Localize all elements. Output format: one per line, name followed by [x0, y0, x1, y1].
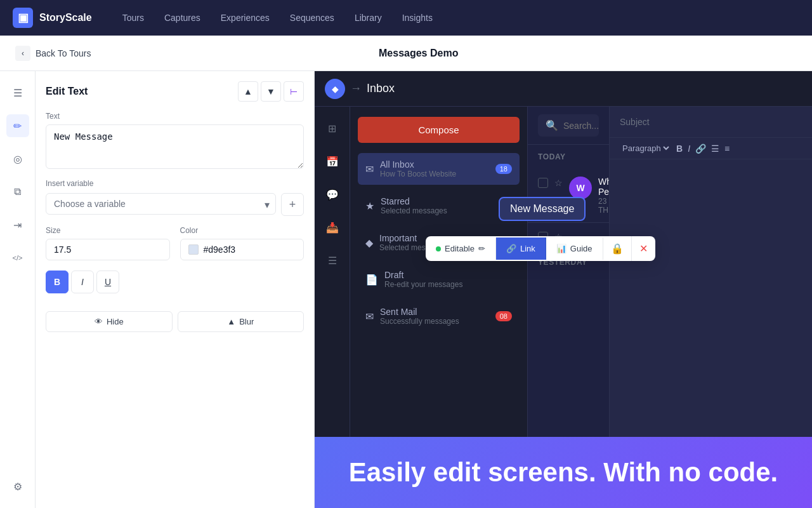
sent-main: Sent Mail	[380, 307, 459, 317]
demo-app-nav: ◆ → Inbox	[315, 71, 812, 107]
nav-tours[interactable]: Tours	[122, 13, 144, 23]
demo-nav-arrow: →	[350, 82, 362, 95]
mail-star-icon-2[interactable]: ☆	[554, 232, 563, 242]
sidebar-icon-code[interactable]: </>	[6, 246, 29, 269]
demo-icon-list[interactable]: ☰	[321, 249, 344, 272]
edit-panel-header: Edit Text ▲ ▼ ⊢	[46, 81, 304, 102]
draft-icon: 📄	[365, 274, 378, 286]
starred-sub: Selected messages	[381, 206, 447, 215]
hide-label: Hide	[107, 317, 124, 326]
sidebar-icon-menu[interactable]: ☰	[6, 81, 29, 104]
logo-text: StoryScale	[39, 12, 92, 23]
compose-link-icon[interactable]: 🔗	[695, 144, 706, 154]
hide-button[interactable]: 👁 Hide	[46, 311, 173, 332]
color-label: Color	[180, 226, 304, 235]
italic-button[interactable]: I	[71, 271, 94, 293]
compose-list-icon[interactable]: ☰	[711, 144, 719, 154]
underline-button[interactable]: U	[96, 271, 119, 293]
bottom-banner-text: Easily edit screens. With no code.	[340, 457, 787, 488]
bottom-buttons: 👁 Hide ▲ Blur	[46, 304, 304, 332]
compose-toolbar: Paragraph B I 🔗 ☰ ≡	[610, 138, 812, 159]
text-input[interactable]: New Message	[46, 124, 304, 169]
blur-icon: ▲	[227, 317, 235, 326]
mail-nav-important[interactable]: ◆ Important Selected messages	[358, 227, 520, 258]
color-field-group: Color #d9e3f3	[180, 226, 304, 260]
all-inbox-sub: How To Boost Website	[380, 170, 456, 178]
important-sub: Selected messages	[379, 243, 446, 252]
avatar: W	[569, 177, 592, 199]
sidebar-icon-target[interactable]: ◎	[6, 147, 29, 170]
size-input[interactable]	[46, 239, 170, 260]
all-inbox-main: All Inbox	[380, 159, 456, 170]
mail-nav-all-inbox[interactable]: ✉ All Inbox How To Boost Website 18	[358, 153, 520, 185]
mail-star-icon[interactable]: ☆	[554, 178, 563, 188]
draft-sub: Re-edit your messages	[384, 280, 462, 289]
mail-checkbox-2[interactable]	[538, 232, 548, 242]
sent-icon: ✉	[365, 311, 374, 323]
mail-nav-draft[interactable]: 📄 Draft Re-edit your messages	[358, 264, 520, 295]
add-variable-button[interactable]: +	[281, 193, 304, 216]
compose-italic[interactable]: I	[688, 144, 690, 154]
back-chevron: ‹	[15, 46, 30, 61]
mail-sender: Whitney Peter	[598, 177, 609, 197]
down-arrow-button[interactable]: ▼	[261, 81, 281, 102]
insert-variable-label: Insert variable	[46, 179, 93, 188]
collapse-button[interactable]: ⊢	[284, 81, 304, 102]
all-inbox-badge: 18	[495, 164, 512, 174]
draft-main: Draft	[384, 270, 462, 280]
sent-sub: Successfully messages	[380, 317, 459, 326]
mail-nav-starred[interactable]: ★ Starred Selected messages	[358, 190, 520, 222]
demo-inbox-title: Inbox	[367, 82, 395, 95]
mail-nav-sent[interactable]: ✉ Sent Mail Successfully messages 08	[358, 300, 520, 332]
nav-items: Tours Captures Experiences Sequences Lib…	[122, 13, 433, 23]
blur-button[interactable]: ▲ Blur	[178, 311, 304, 332]
nav-experiences[interactable]: Experiences	[221, 13, 270, 23]
nav-insights[interactable]: Insights	[402, 13, 433, 23]
important-main: Important	[379, 233, 446, 243]
demo-area: ◆ → Inbox ⊞ 📅 💬 📥 ☰ 👤 Compose ✉ All I	[315, 71, 812, 508]
important-icon: ◆	[365, 237, 373, 249]
search-box: 🔍	[538, 114, 599, 137]
compose-listnum-icon[interactable]: ≡	[724, 144, 730, 154]
variable-select[interactable]: Choose a variable	[46, 193, 276, 215]
up-arrow-button[interactable]: ▲	[238, 81, 258, 102]
compose-subject: Subject	[610, 107, 812, 138]
yesterday-header: YESTERDAY	[528, 250, 609, 274]
mail-checkbox[interactable]	[538, 178, 548, 188]
compose-button[interactable]: Compose	[358, 117, 520, 143]
bottom-banner: Easily edit screens. With no code.	[315, 437, 812, 508]
size-color-row: Size Color #d9e3f3	[46, 226, 304, 260]
table-row-new-message[interactable]: ☆	[528, 223, 609, 250]
demo-icon-calendar[interactable]: 📅	[321, 150, 344, 173]
nav-sequences[interactable]: Sequences	[290, 13, 334, 23]
bold-button[interactable]: B	[46, 271, 69, 293]
edit-panel-title: Edit Text	[46, 86, 88, 97]
edit-panel: Edit Text ▲ ▼ ⊢ Text New Message Insert …	[36, 71, 315, 508]
demo-title: Messages Demo	[379, 48, 509, 59]
logo: ▣ StoryScale	[13, 8, 92, 28]
demo-icon-grid[interactable]: ⊞	[321, 117, 344, 140]
sidebar-icon-layers[interactable]: ⧉	[6, 180, 29, 203]
mail-info: Whitney Peter 23 THREADS	[598, 177, 609, 215]
sent-badge: 08	[495, 311, 512, 321]
edit-panel-controls: ▲ ▼ ⊢	[238, 81, 304, 102]
color-input-wrap[interactable]: #d9e3f3	[180, 239, 304, 260]
paragraph-select[interactable]: Paragraph	[620, 143, 671, 154]
hide-icon: 👁	[95, 317, 103, 326]
logo-icon: ▣	[13, 8, 33, 28]
sidebar-icon-settings[interactable]: ⚙	[6, 475, 29, 498]
icon-sidebar: ☰ ✏ ◎ ⧉ ⇥ </> ⚙	[0, 71, 36, 508]
top-nav: ▣ StoryScale Tours Captures Experiences …	[0, 0, 812, 36]
text-label: Text	[46, 112, 304, 121]
back-button[interactable]: ‹ Back To Tours	[15, 46, 91, 61]
table-row[interactable]: ☆ W Whitney Peter 23 THREADS Delectus u.…	[528, 169, 609, 223]
sidebar-icon-pen[interactable]: ✏	[6, 114, 29, 137]
sidebar-icon-login[interactable]: ⇥	[6, 213, 29, 236]
starred-icon: ★	[365, 200, 374, 212]
demo-icon-chat[interactable]: 💬	[321, 183, 344, 206]
search-input[interactable]	[563, 121, 609, 131]
nav-captures[interactable]: Captures	[164, 13, 200, 23]
nav-library[interactable]: Library	[355, 13, 382, 23]
compose-bold[interactable]: B	[676, 144, 683, 154]
demo-icon-inbox[interactable]: 📥	[321, 216, 344, 239]
